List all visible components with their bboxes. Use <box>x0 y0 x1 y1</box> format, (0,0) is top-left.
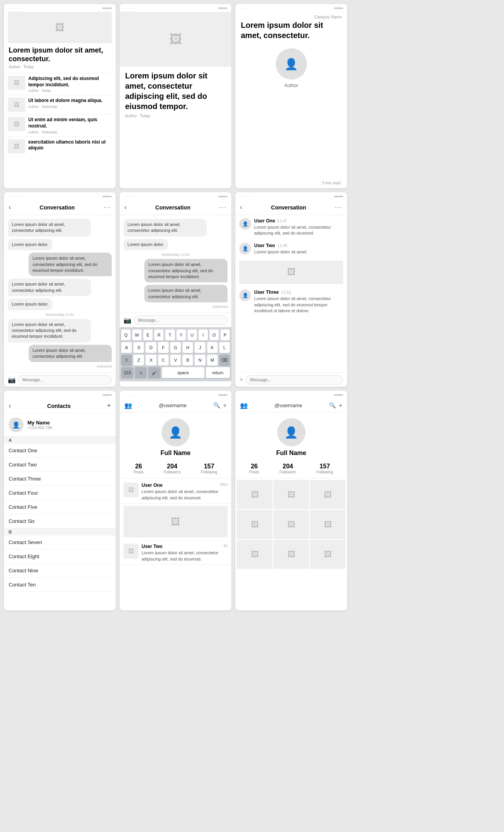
post-thumb[interactable]: 🖼 <box>310 510 346 539</box>
space-key[interactable]: space <box>162 367 204 378</box>
key-v[interactable]: V <box>170 355 181 366</box>
contact-item[interactable]: Contact Five <box>4 500 116 514</box>
emoji-key[interactable]: ☺ <box>135 367 147 378</box>
key-u[interactable]: U <box>187 330 197 340</box>
add-button[interactable]: + <box>223 402 227 409</box>
message-input-3[interactable] <box>246 375 343 384</box>
message-bubble-left: Lorem ipsum dolor sit amet, consectetur … <box>8 219 91 237</box>
row-2: · · · · · ‹ Conversation ··· Lorem ipsum… <box>4 192 500 387</box>
key-x[interactable]: X <box>146 355 156 366</box>
add-button[interactable]: + <box>239 376 244 384</box>
user-name: User Three <box>254 289 279 295</box>
camera-icon: 📷 <box>124 317 131 324</box>
add-button[interactable]: + <box>339 402 342 409</box>
key-m[interactable]: M <box>207 355 218 366</box>
post-thumb[interactable]: 🖼 <box>273 510 309 539</box>
feed-text: Lorem ipsum dolor sit amet, consectetur … <box>142 489 227 501</box>
message-bubble-left: Lorem ipsum dolor. <box>8 299 53 310</box>
list-item[interactable]: 🖼 Adipiscing elit, sed do eiusmod tempor… <box>4 73 116 95</box>
contact-item[interactable]: Contact Four <box>4 486 116 500</box>
statusbar-signal <box>102 7 112 9</box>
message-bubble-left: Lorem ipsum dolor. <box>8 239 53 250</box>
key-l[interactable]: L <box>219 342 230 353</box>
statusbar-9: · · · · · <box>235 391 347 399</box>
conv-input-bar-3[interactable]: + <box>235 372 347 387</box>
key-a[interactable]: A <box>121 342 132 353</box>
contacts-header: ‹ Contacts + <box>4 399 116 413</box>
key-g[interactable]: G <box>170 342 181 353</box>
key-q[interactable]: Q <box>121 330 131 340</box>
key-r[interactable]: R <box>154 330 164 340</box>
key-h[interactable]: H <box>182 342 193 353</box>
my-contact-info: 👤 My Name +123-456-789 <box>4 413 116 437</box>
numbers-key[interactable]: 123 <box>121 367 133 378</box>
key-d[interactable]: D <box>146 342 156 353</box>
key-n[interactable]: N <box>195 355 205 366</box>
post-thumb[interactable]: 🖼 <box>237 540 273 569</box>
key-s[interactable]: S <box>133 342 144 353</box>
section-header-b: B <box>4 528 116 535</box>
key-y[interactable]: Y <box>176 330 186 340</box>
post-thumb[interactable]: 🖼 <box>237 480 273 509</box>
profile-fullname-2: Full Name <box>276 450 306 457</box>
contact-item[interactable]: Contact Ten <box>4 578 116 592</box>
author-label: Author <box>284 83 298 88</box>
key-p[interactable]: P <box>220 330 230 340</box>
shift-key[interactable]: ⇧ <box>121 355 132 366</box>
return-key[interactable]: return <box>206 367 230 378</box>
conv-input-bar-1[interactable]: 📷 <box>4 372 116 387</box>
keyboard-row-4: 123 ☺ 🎤 space return <box>121 367 230 378</box>
contact-item[interactable]: Contact One <box>4 444 116 458</box>
post-thumb[interactable]: 🖼 <box>273 540 309 569</box>
message-input-2[interactable] <box>134 315 227 325</box>
more-button[interactable]: ··· <box>335 204 342 211</box>
list-item[interactable]: 🖼 Ut labore et dolore magna aliqua. Auth… <box>4 95 116 114</box>
conv-input-bar-2[interactable]: 📷 <box>120 313 231 327</box>
card-article-list: · · · · · 🖼 Lorem ipsum dolor sit amet, … <box>4 4 116 188</box>
post-thumb[interactable]: 🖼 <box>237 510 273 539</box>
delete-key[interactable]: ⌫ <box>219 355 230 366</box>
feed-item[interactable]: 🖼 User Two 1h Lorem ipsum dolor sit amet… <box>120 540 231 565</box>
key-c[interactable]: C <box>158 355 169 366</box>
key-i[interactable]: I <box>198 330 208 340</box>
list-item[interactable]: 🖼 exercitation ullamco laboris nisi ut a… <box>4 137 116 156</box>
statusbar-signal <box>218 7 227 9</box>
search-icon[interactable]: 🔍 <box>213 402 220 409</box>
statusbar-dots: · · · · · <box>239 6 252 10</box>
contact-item[interactable]: Contact Eight <box>4 550 116 564</box>
post-thumb[interactable]: 🖼 <box>310 480 346 509</box>
contact-item[interactable]: Contact Nine <box>4 564 116 578</box>
key-b[interactable]: B <box>182 355 193 366</box>
more-button[interactable]: ··· <box>219 204 227 211</box>
statusbar-4: · · · · · <box>4 192 116 200</box>
statusbar-3: · · · · · <box>235 4 347 12</box>
contact-item[interactable]: Contact Two <box>4 458 116 472</box>
list-item[interactable]: 🖼 Ut enim ad minim veniam, quis nostrud.… <box>4 114 116 136</box>
mic-key[interactable]: 🎤 <box>148 367 160 378</box>
contact-item[interactable]: Contact Seven <box>4 535 116 550</box>
user-message-item: 👤 User Two 11:49 Lorem ipsum dolor sit a… <box>235 240 347 258</box>
contact-item[interactable]: Contact Three <box>4 472 116 486</box>
key-f[interactable]: F <box>158 342 169 353</box>
key-z[interactable]: Z <box>133 355 144 366</box>
post-thumb[interactable]: 🖼 <box>310 540 346 569</box>
key-t[interactable]: T <box>165 330 175 340</box>
posts-label: Posts <box>134 470 144 474</box>
more-button[interactable]: ··· <box>104 204 111 211</box>
feed-thumb: 🖼 <box>124 544 138 559</box>
feed-item[interactable]: 🖼 User One 34m Lorem ipsum dolor sit ame… <box>120 479 231 504</box>
key-e[interactable]: E <box>143 330 153 340</box>
search-icon[interactable]: 🔍 <box>329 402 336 409</box>
key-j[interactable]: J <box>195 342 205 353</box>
add-contact-button[interactable]: + <box>107 402 111 410</box>
msg-time: 11:52 <box>281 290 291 295</box>
post-thumb[interactable]: 🖼 <box>273 480 309 509</box>
key-k[interactable]: K <box>207 342 218 353</box>
message-input-1[interactable] <box>18 375 112 384</box>
feed-time: 1h <box>223 544 227 549</box>
contact-item[interactable]: Contact Six <box>4 514 116 528</box>
key-w[interactable]: W <box>132 330 142 340</box>
key-o[interactable]: O <box>209 330 219 340</box>
message-bubble-left: Lorem ipsum dolor sit amet, consectetur … <box>8 279 91 296</box>
stat-posts-2: 26 Posts <box>249 463 259 474</box>
